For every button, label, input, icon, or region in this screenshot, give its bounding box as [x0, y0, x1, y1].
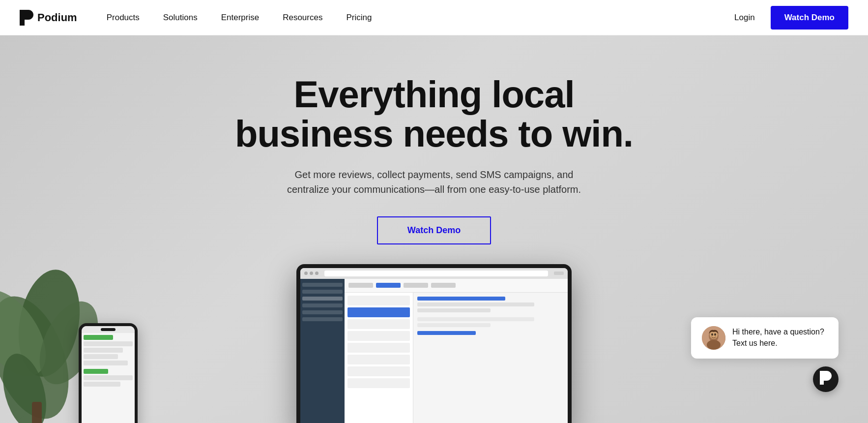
svg-point-9	[707, 340, 721, 350]
nav-actions: Login Watch Demo	[734, 6, 848, 30]
phone-content-row	[84, 375, 133, 380]
phone-notch-area	[82, 326, 135, 333]
screen-content	[345, 293, 568, 423]
hero-watch-demo-button[interactable]: Watch Demo	[377, 216, 491, 244]
logo-link[interactable]: Podium	[20, 10, 77, 26]
nav-resources[interactable]: Resources	[283, 13, 322, 23]
sidebar-item	[302, 303, 343, 307]
screen-inner	[300, 268, 568, 423]
list-item	[347, 343, 410, 353]
logo-text: Podium	[37, 11, 77, 24]
avatar-image	[702, 326, 725, 350]
phone-notch	[101, 328, 116, 331]
chat-avatar	[702, 326, 725, 350]
hero-content: Everything local business needs to win. …	[213, 35, 655, 264]
hero-title: Everything local business needs to win.	[213, 75, 655, 153]
svg-rect-13	[820, 380, 824, 384]
detail-line	[417, 302, 534, 306]
detail-line	[417, 297, 505, 301]
chat-bubble-text: Hi there, have a question? Text us here.	[732, 327, 828, 349]
svg-rect-0	[20, 21, 25, 26]
phone-content-row	[84, 361, 128, 365]
nav-products[interactable]: Products	[107, 13, 140, 23]
screen-header	[345, 279, 568, 293]
chat-podium-icon	[820, 371, 832, 385]
list-item	[347, 331, 410, 341]
nav-solutions[interactable]: Solutions	[163, 13, 198, 23]
svg-point-11	[711, 333, 713, 335]
screen-address-bar	[324, 271, 548, 276]
detail-line	[417, 331, 476, 335]
nav-pricing[interactable]: Pricing	[346, 13, 372, 23]
screen-tab	[348, 283, 373, 288]
phone-content-row	[84, 335, 113, 340]
phone-mockup	[79, 323, 138, 423]
chat-fab-icon	[820, 371, 832, 388]
screen-dot-red	[304, 272, 308, 275]
login-link[interactable]: Login	[734, 13, 755, 23]
phone-content-row	[84, 354, 118, 359]
list-item	[347, 355, 410, 364]
phone-content-row	[84, 382, 120, 387]
svg-point-12	[714, 333, 716, 335]
phone-screen	[82, 326, 135, 423]
screen-toolbar	[300, 268, 568, 279]
screen-dot-green	[315, 272, 318, 275]
screen-sidebar	[300, 279, 345, 423]
phone-body	[82, 333, 135, 389]
hero-cta-area: Watch Demo	[213, 216, 655, 244]
sidebar-item	[302, 297, 343, 301]
screen-dot-yellow	[310, 272, 313, 275]
sidebar-item	[302, 317, 343, 321]
screen-tab	[431, 283, 456, 288]
detail-line	[417, 323, 491, 327]
screen-main	[345, 279, 568, 423]
hero-section: Everything local business needs to win. …	[0, 35, 868, 423]
list-item	[347, 319, 410, 329]
navbar: Podium Products Solutions Enterprise Res…	[0, 0, 868, 35]
conversation-list	[345, 293, 413, 423]
phone-content-row	[84, 341, 133, 346]
list-item-selected	[347, 307, 410, 317]
screen-tab	[404, 283, 428, 288]
chat-bubble: Hi there, have a question? Text us here.	[691, 317, 839, 359]
phone-content-row	[84, 369, 108, 374]
conversation-detail	[413, 293, 568, 423]
list-item	[347, 296, 410, 305]
nav-watch-demo-button[interactable]: Watch Demo	[771, 6, 848, 30]
screen-tab-active	[376, 283, 401, 288]
nav-links: Products Solutions Enterprise Resources …	[107, 13, 734, 23]
list-item	[347, 378, 410, 388]
logo-icon	[20, 10, 33, 26]
hero-subtitle: Get more reviews, collect payments, send…	[282, 167, 586, 197]
laptop-mockup	[296, 264, 572, 423]
sidebar-item	[302, 283, 343, 287]
sidebar-item	[302, 310, 343, 314]
list-item	[347, 366, 410, 376]
screen-btn	[554, 272, 564, 275]
detail-line	[417, 317, 534, 321]
phone-content-row	[84, 348, 123, 353]
screen-body	[300, 279, 568, 423]
chat-fab-button[interactable]	[813, 366, 839, 392]
detail-line	[417, 308, 491, 312]
sidebar-item	[302, 290, 343, 294]
laptop-screen	[300, 268, 568, 423]
chat-widget: Hi there, have a question? Text us here.	[691, 317, 839, 392]
nav-enterprise[interactable]: Enterprise	[221, 13, 259, 23]
